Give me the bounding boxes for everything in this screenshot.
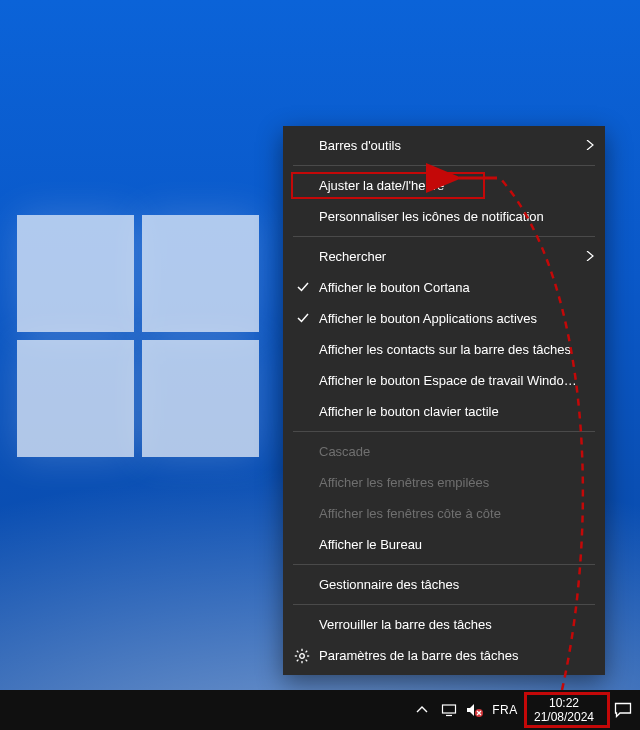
svg-point-0: [300, 654, 305, 659]
menu-separator: [293, 431, 595, 432]
windows-logo-icon: [17, 215, 259, 457]
menu-item-label: Afficher le bouton Espace de travail Win…: [319, 373, 577, 388]
menu-item-label: Rechercher: [319, 249, 577, 264]
menu-separator: [293, 236, 595, 237]
menu-separator: [293, 604, 595, 605]
menu-item-taskbar-settings[interactable]: Paramètres de la barre des tâches: [283, 640, 605, 671]
menu-item-label: Verrouiller la barre des tâches: [319, 617, 577, 632]
menu-item-label: Gestionnaire des tâches: [319, 577, 577, 592]
svg-line-7: [306, 651, 308, 653]
clock-date: 21/08/2024: [534, 710, 594, 724]
svg-line-8: [297, 660, 299, 662]
checkmark-icon: [296, 311, 310, 325]
menu-item-adjust-date-time[interactable]: Ajuster la date/l'heure: [283, 170, 605, 201]
svg-line-6: [306, 660, 308, 662]
tray-clock[interactable]: 10:22 21/08/2024: [522, 690, 606, 730]
taskbar-context-menu: Barres d'outils Ajuster la date/l'heure …: [283, 126, 605, 675]
monitor-icon: [441, 702, 457, 718]
menu-item-label: Paramètres de la barre des tâches: [319, 648, 577, 663]
menu-separator: [293, 564, 595, 565]
menu-item-show-desktop[interactable]: Afficher le Bureau: [283, 529, 605, 560]
menu-item-label: Afficher le bouton Applications actives: [319, 311, 577, 326]
chevron-up-icon: [416, 704, 428, 716]
tray-language-indicator[interactable]: FRA: [488, 690, 522, 730]
speaker-muted-icon: [466, 702, 484, 718]
taskbar: FRA 10:22 21/08/2024: [0, 690, 640, 730]
menu-item-side-by-side: Afficher les fenêtres côte à côte: [283, 498, 605, 529]
tray-network-icon[interactable]: [436, 690, 462, 730]
chevron-right-icon: [585, 251, 595, 261]
menu-item-cascade: Cascade: [283, 436, 605, 467]
menu-item-lock-taskbar[interactable]: Verrouiller la barre des tâches: [283, 609, 605, 640]
menu-separator: [293, 165, 595, 166]
checkmark-icon: [296, 280, 310, 294]
tray-overflow-button[interactable]: [408, 690, 436, 730]
menu-item-show-touch-keyboard[interactable]: Afficher le bouton clavier tactile: [283, 396, 605, 427]
menu-item-label: Personnaliser les icônes de notification: [319, 209, 577, 224]
menu-item-label: Afficher le bouton clavier tactile: [319, 404, 577, 419]
menu-item-label: Afficher le bouton Cortana: [319, 280, 577, 295]
menu-item-show-ink-workspace[interactable]: Afficher le bouton Espace de travail Win…: [283, 365, 605, 396]
chevron-right-icon: [585, 140, 595, 150]
tray-volume-icon[interactable]: [462, 690, 488, 730]
menu-item-label: Afficher les fenêtres côte à côte: [319, 506, 577, 521]
gear-icon: [294, 648, 310, 664]
menu-item-show-people[interactable]: Afficher les contacts sur la barre des t…: [283, 334, 605, 365]
system-tray: FRA 10:22 21/08/2024: [408, 690, 640, 730]
tray-action-center[interactable]: [606, 690, 640, 730]
language-code: FRA: [492, 703, 518, 717]
notification-icon: [614, 702, 632, 718]
menu-item-label: Barres d'outils: [319, 138, 577, 153]
menu-item-toolbars[interactable]: Barres d'outils: [283, 130, 605, 161]
svg-rect-10: [443, 705, 456, 713]
menu-item-show-cortana-button[interactable]: Afficher le bouton Cortana: [283, 272, 605, 303]
menu-item-search[interactable]: Rechercher: [283, 241, 605, 272]
menu-item-label: Afficher les contacts sur la barre des t…: [319, 342, 577, 357]
menu-item-stacked-windows: Afficher les fenêtres empilées: [283, 467, 605, 498]
svg-line-5: [297, 651, 299, 653]
menu-item-label: Afficher les fenêtres empilées: [319, 475, 577, 490]
menu-item-task-manager[interactable]: Gestionnaire des tâches: [283, 569, 605, 600]
menu-item-show-task-view-button[interactable]: Afficher le bouton Applications actives: [283, 303, 605, 334]
menu-item-customize-notification-icons[interactable]: Personnaliser les icônes de notification: [283, 201, 605, 232]
clock-time: 10:22: [549, 696, 579, 710]
menu-item-label: Cascade: [319, 444, 577, 459]
menu-item-label: Ajuster la date/l'heure: [319, 178, 577, 193]
menu-item-label: Afficher le Bureau: [319, 537, 577, 552]
